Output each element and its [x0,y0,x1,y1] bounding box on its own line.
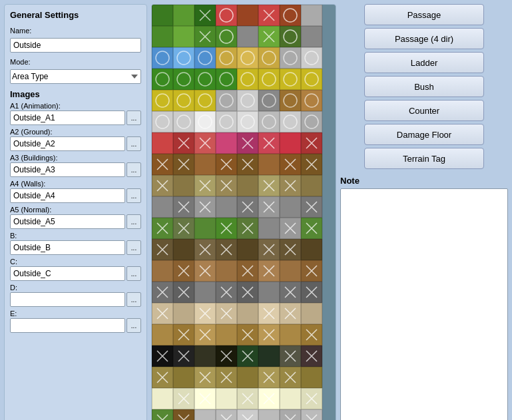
mode-select[interactable]: Area Type Normal [10,69,141,84]
terrain-tag-button[interactable]: Terrain Tag [364,148,484,169]
left-panel: General Settings Name: Mode: Area Type N… [4,4,147,420]
e-browse-button[interactable]: ... [127,318,141,333]
note-textarea[interactable] [340,188,508,420]
b-input[interactable] [10,240,125,255]
a3-label: A3 (Buildings): [10,154,141,162]
e-label: E: [10,310,141,317]
d-row: ... [10,292,141,307]
a5-input[interactable] [10,214,125,229]
mode-label: Mode: [10,58,141,66]
b-row: ... [10,240,141,255]
passage-button[interactable]: Passage [364,4,484,25]
a4-input[interactable] [10,188,125,203]
b-browse-button[interactable]: ... [127,240,141,255]
tile-panel: A B C [151,4,336,420]
d-label: D: [10,284,141,292]
tile-grid-container[interactable] [152,5,336,420]
c-input[interactable] [10,266,125,281]
a5-row: ... [10,214,141,229]
a5-browse-button[interactable]: ... [127,214,141,229]
b-label: B: [10,232,141,240]
a2-input[interactable] [10,136,125,151]
a4-label: A4 (Walls): [10,180,141,188]
ladder-button[interactable]: Ladder [364,52,484,73]
a2-row: ... [10,136,141,151]
c-row: ... [10,266,141,281]
a3-input[interactable] [10,162,125,177]
a5-label: A5 (Normal): [10,206,141,214]
e-row: ... [10,318,141,333]
a2-label: A2 (Ground): [10,128,141,136]
a1-row: ... [10,110,141,125]
a3-row: ... [10,162,141,177]
a1-label: A1 (Animation): [10,102,141,110]
tile-canvas[interactable] [152,5,324,420]
name-input[interactable] [10,38,141,53]
a1-browse-button[interactable]: ... [127,110,141,125]
counter-button[interactable]: Counter [364,100,484,121]
images-title: Images [10,89,141,99]
a4-row: ... [10,188,141,203]
passage-4dir-button[interactable]: Passage (4 dir) [364,28,484,49]
name-label: Name: [10,27,141,35]
right-panel: Passage Passage (4 dir) Ladder Bush Coun… [340,4,508,420]
bush-button[interactable]: Bush [364,76,484,97]
d-browse-button[interactable]: ... [127,292,141,307]
a4-browse-button[interactable]: ... [127,188,141,203]
d-input[interactable] [10,292,125,307]
note-section: Note [340,176,508,420]
buttons-section: Passage Passage (4 dir) Ladder Bush Coun… [340,4,508,169]
general-settings-title: General Settings [10,10,141,20]
a2-browse-button[interactable]: ... [127,136,141,151]
a1-input[interactable] [10,110,125,125]
c-browse-button[interactable]: ... [127,266,141,281]
a3-browse-button[interactable]: ... [127,162,141,177]
damage-floor-button[interactable]: Damage Floor [364,124,484,145]
c-label: C: [10,258,141,266]
images-section: Images A1 (Animation): ... A2 (Ground): … [10,89,141,335]
e-input[interactable] [10,318,125,333]
note-label: Note [340,176,508,186]
